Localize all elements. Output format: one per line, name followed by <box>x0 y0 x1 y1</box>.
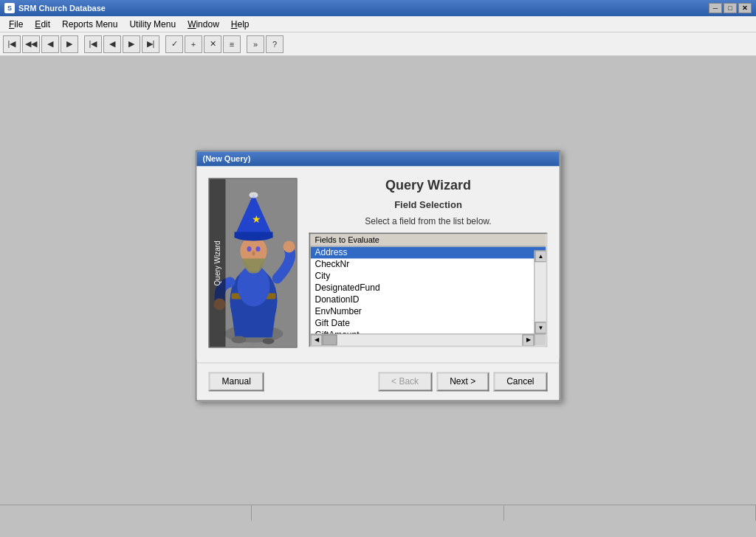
quote-button[interactable]: » <box>247 35 264 53</box>
list-item[interactable]: DesignatedFund <box>311 282 546 294</box>
dialog-content: ★ Query Wizard Query Wizard Field Select… <box>209 178 548 347</box>
list-item[interactable]: Address <box>311 246 546 258</box>
list-item[interactable]: DonationID <box>311 294 546 305</box>
scrollbar-corner <box>535 333 546 345</box>
menu-window[interactable]: Window <box>182 18 225 31</box>
dialog: (New Query) <box>196 150 561 401</box>
menu-bar: File Edit Reports Menu Utility Menu Wind… <box>0 16 756 32</box>
app-title: SRM Church Database <box>18 4 709 13</box>
close-button[interactable]: ✕ <box>738 3 752 13</box>
menu-file[interactable]: File <box>3 18 29 31</box>
prev-many-button[interactable]: ◀◀ <box>22 35 40 53</box>
wizard-image-label: Query Wizard <box>210 179 226 347</box>
delete-button[interactable]: ✕ <box>204 35 221 53</box>
back-button[interactable]: < Back <box>378 372 432 391</box>
nav-last-button[interactable]: ▶| <box>142 35 159 53</box>
wizard-image: ★ Query Wizard <box>209 178 298 347</box>
listbox-items[interactable]: Address CheckNr City DesignatedFund Dona… <box>311 246 546 342</box>
svg-point-11 <box>256 246 261 252</box>
restore-button[interactable]: □ <box>724 3 737 13</box>
h-scroll-thumb[interactable] <box>323 334 337 345</box>
main-area: (New Query) <box>0 56 756 521</box>
app-icon: S <box>4 3 15 13</box>
cancel-button[interactable]: Cancel <box>493 372 547 391</box>
menu-help[interactable]: Help <box>225 18 255 31</box>
svg-point-19 <box>263 338 275 344</box>
svg-point-12 <box>252 251 255 255</box>
toolbar: |◀ ◀◀ ◀ ▶ |◀ ◀ ▶ ▶| ✓ + ✕ ≡ » ? <box>0 32 756 56</box>
scroll-track <box>535 262 546 322</box>
nav-buttons: < Back Next > Cancel <box>378 372 547 391</box>
scroll-left-button[interactable]: ◀ <box>311 334 323 346</box>
nav-next-button[interactable]: ▶ <box>123 35 140 53</box>
confirm-button[interactable]: ✓ <box>165 35 183 53</box>
add-button[interactable]: + <box>185 35 202 53</box>
wizard-title: Query Wizard <box>309 178 548 193</box>
status-panel-2 <box>252 505 504 521</box>
svg-rect-15 <box>235 232 273 238</box>
dialog-buttons: Manual < Back Next > Cancel <box>197 362 560 400</box>
scroll-down-button[interactable]: ▼ <box>535 322 547 333</box>
list-item[interactable]: Gift Date <box>311 317 546 329</box>
next-button[interactable]: Next > <box>436 372 489 391</box>
dialog-title: (New Query) <box>197 151 560 166</box>
listbox-header: Fields to Evaluate <box>311 234 546 246</box>
scroll-up-button[interactable]: ▲ <box>535 250 547 262</box>
nav-prev-button[interactable]: ◀ <box>103 35 121 53</box>
field-listbox[interactable]: Fields to Evaluate Address CheckNr City … <box>309 232 548 347</box>
svg-point-17 <box>250 192 258 198</box>
list-item[interactable]: CheckNr <box>311 258 546 270</box>
menu-reports[interactable]: Reports Menu <box>56 18 123 31</box>
minimize-button[interactable]: ─ <box>709 3 722 13</box>
next-record-button[interactable]: ▶ <box>61 35 78 53</box>
window-controls: ─ □ ✕ <box>709 3 752 13</box>
svg-text:★: ★ <box>252 213 261 225</box>
status-panel-1 <box>0 505 252 521</box>
nav-first-button[interactable]: |◀ <box>84 35 102 53</box>
wizard-subtitle: Field Selection <box>309 199 548 210</box>
first-record-button[interactable]: |◀ <box>3 35 21 53</box>
title-bar: S SRM Church Database ─ □ ✕ <box>0 0 756 16</box>
status-panel-3 <box>504 505 756 521</box>
svg-point-18 <box>232 336 247 343</box>
wizard-instruction: Select a field from the list below. <box>309 216 548 226</box>
right-panel: Query Wizard Field Selection Select a fi… <box>309 178 548 347</box>
list-item[interactable]: EnvNumber <box>311 305 546 317</box>
manual-button[interactable]: Manual <box>209 372 264 391</box>
status-bar <box>0 505 756 521</box>
prev-record-button[interactable]: ◀ <box>41 35 59 53</box>
help-toolbar-button[interactable]: ? <box>266 35 284 53</box>
dialog-body: ★ Query Wizard Query Wizard Field Select… <box>197 166 560 359</box>
menu-edit[interactable]: Edit <box>29 18 56 31</box>
list-button[interactable]: ≡ <box>223 35 241 53</box>
scroll-right-button[interactable]: ▶ <box>523 334 535 346</box>
vertical-scrollbar[interactable]: ▲ ▼ <box>535 250 546 333</box>
h-scroll-track <box>323 334 523 345</box>
svg-point-10 <box>247 246 252 252</box>
list-item[interactable]: City <box>311 270 546 282</box>
menu-utility[interactable]: Utility Menu <box>123 18 182 31</box>
svg-point-6 <box>284 240 295 252</box>
horizontal-scrollbar[interactable]: ◀ ▶ <box>311 333 535 345</box>
